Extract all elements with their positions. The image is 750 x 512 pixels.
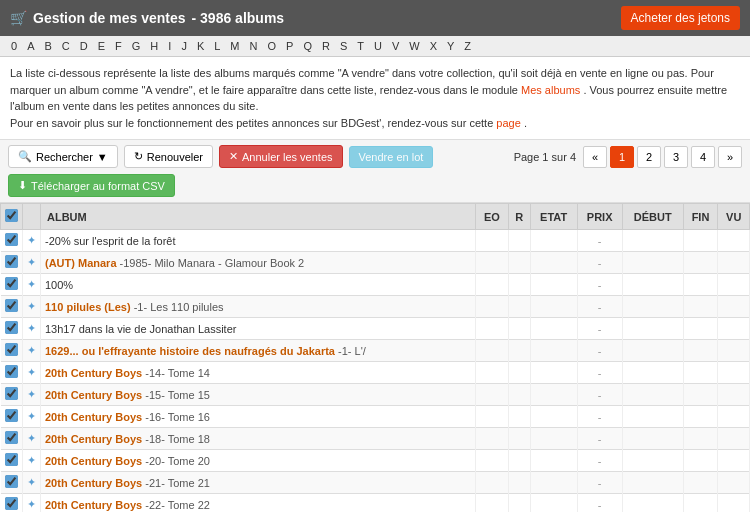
row-checkbox[interactable] xyxy=(5,321,18,334)
r-cell xyxy=(508,384,530,406)
alpha-letter-W[interactable]: W xyxy=(406,39,422,53)
row-checkbox[interactable] xyxy=(5,475,18,488)
buy-tokens-button[interactable]: Acheter des jetons xyxy=(621,6,740,30)
eo-cell xyxy=(476,252,508,274)
search-button[interactable]: 🔍 Rechercher ▼ xyxy=(8,145,118,168)
row-checkbox[interactable] xyxy=(5,277,18,290)
album-name-cell: 100% xyxy=(41,274,476,296)
pag-1-btn[interactable]: 1 xyxy=(610,146,634,168)
album-bold-title[interactable]: 20th Century Boys xyxy=(45,367,142,379)
info-box: La liste ci-dessous représente la liste … xyxy=(0,57,750,140)
alpha-letter-U[interactable]: U xyxy=(371,39,385,53)
table-row: ✦20th Century Boys -22- Tome 22- xyxy=(1,494,750,513)
alpha-letter-E[interactable]: E xyxy=(95,39,108,53)
page-link[interactable]: page xyxy=(496,117,520,129)
debut-cell xyxy=(622,362,683,384)
vu-cell xyxy=(718,318,750,340)
alpha-letter-Q[interactable]: Q xyxy=(300,39,315,53)
album-name-cell: 20th Century Boys -14- Tome 14 xyxy=(41,362,476,384)
mes-albums-link[interactable]: Mes albums xyxy=(521,84,580,96)
alpha-letter-0[interactable]: 0 xyxy=(8,39,20,53)
table-row: ✦20th Century Boys -16- Tome 16- xyxy=(1,406,750,428)
alpha-letter-A[interactable]: A xyxy=(24,39,37,53)
alpha-letter-K[interactable]: K xyxy=(194,39,207,53)
alpha-letter-D[interactable]: D xyxy=(77,39,91,53)
alpha-letter-N[interactable]: N xyxy=(247,39,261,53)
row-checkbox[interactable] xyxy=(5,255,18,268)
alpha-letter-M[interactable]: M xyxy=(227,39,242,53)
prix-cell: - xyxy=(577,252,622,274)
album-bold-title[interactable]: 20th Century Boys xyxy=(45,433,142,445)
album-bold-title[interactable]: 20th Century Boys xyxy=(45,477,142,489)
album-full-title[interactable]: -20% sur l'esprit de la forêt xyxy=(45,235,176,247)
alpha-letter-H[interactable]: H xyxy=(147,39,161,53)
album-subtitle: -21- Tome 21 xyxy=(142,477,210,489)
csv-download-button[interactable]: ⬇ Télécharger au format CSV xyxy=(8,174,175,197)
table-row: ✦100%- xyxy=(1,274,750,296)
album-bold-title[interactable]: 20th Century Boys xyxy=(45,411,142,423)
alpha-letter-X[interactable]: X xyxy=(427,39,440,53)
alpha-letter-Z[interactable]: Z xyxy=(461,39,474,53)
r-cell xyxy=(508,406,530,428)
r-cell xyxy=(508,230,530,252)
select-all-checkbox[interactable] xyxy=(5,209,18,222)
album-name-cell: 20th Century Boys -21- Tome 21 xyxy=(41,472,476,494)
prix-cell: - xyxy=(577,472,622,494)
alpha-bar: 0ABCDEFGHIJKLMNOPQRSTUVWXYZ xyxy=(0,36,750,57)
alpha-letter-B[interactable]: B xyxy=(41,39,54,53)
row-checkbox[interactable] xyxy=(5,299,18,312)
album-full-title[interactable]: 100% xyxy=(45,279,73,291)
prix-cell: - xyxy=(577,362,622,384)
album-bold-title[interactable]: (AUT) Manara xyxy=(45,257,117,269)
pag-prev-btn[interactable]: « xyxy=(583,146,607,168)
alpha-letter-J[interactable]: J xyxy=(178,39,190,53)
checkbox-header[interactable] xyxy=(1,204,23,230)
alpha-letter-G[interactable]: G xyxy=(129,39,144,53)
row-checkbox[interactable] xyxy=(5,365,18,378)
icon-header xyxy=(23,204,41,230)
album-bold-title[interactable]: 20th Century Boys xyxy=(45,389,142,401)
alpha-letter-C[interactable]: C xyxy=(59,39,73,53)
table-row: ✦20th Century Boys -18- Tome 18- xyxy=(1,428,750,450)
row-checkbox[interactable] xyxy=(5,431,18,444)
alpha-letter-S[interactable]: S xyxy=(337,39,350,53)
row-icon-cell: ✦ xyxy=(23,362,41,384)
debut-cell xyxy=(622,384,683,406)
etat-cell xyxy=(530,362,577,384)
row-checkbox[interactable] xyxy=(5,497,18,510)
row-checkbox[interactable] xyxy=(5,409,18,422)
pag-next-btn[interactable]: » xyxy=(718,146,742,168)
row-checkbox[interactable] xyxy=(5,387,18,400)
pag-4-btn[interactable]: 4 xyxy=(691,146,715,168)
top-bar: 🛒 Gestion de mes ventes - 3986 albums Ac… xyxy=(0,0,750,36)
alpha-letter-V[interactable]: V xyxy=(389,39,402,53)
album-full-title[interactable]: 13h17 dans la vie de Jonathan Lassiter xyxy=(45,323,236,335)
album-bold-title[interactable]: 20th Century Boys xyxy=(45,455,142,467)
fin-cell xyxy=(683,318,718,340)
alpha-letter-R[interactable]: R xyxy=(319,39,333,53)
row-checkbox[interactable] xyxy=(5,343,18,356)
album-bold-title[interactable]: 20th Century Boys xyxy=(45,499,142,511)
pag-2-btn[interactable]: 2 xyxy=(637,146,661,168)
alpha-letter-I[interactable]: I xyxy=(165,39,174,53)
alpha-letter-Y[interactable]: Y xyxy=(444,39,457,53)
row-checkbox[interactable] xyxy=(5,233,18,246)
fin-cell xyxy=(683,362,718,384)
alpha-letter-L[interactable]: L xyxy=(211,39,223,53)
r-cell xyxy=(508,362,530,384)
alpha-letter-O[interactable]: O xyxy=(264,39,279,53)
r-cell xyxy=(508,252,530,274)
alpha-letter-T[interactable]: T xyxy=(354,39,367,53)
row-checkbox[interactable] xyxy=(5,453,18,466)
album-name-cell: 20th Century Boys -20- Tome 20 xyxy=(41,450,476,472)
alpha-letter-P[interactable]: P xyxy=(283,39,296,53)
album-bold-title[interactable]: 1629... ou l'effrayante histoire des nau… xyxy=(45,345,335,357)
renew-button[interactable]: ↻ Renouveler xyxy=(124,145,213,168)
album-subtitle: -20- Tome 20 xyxy=(142,455,210,467)
vu-cell xyxy=(718,472,750,494)
sell-lot-button[interactable]: Vendre en lot xyxy=(349,146,434,168)
alpha-letter-F[interactable]: F xyxy=(112,39,125,53)
cancel-sales-button[interactable]: ✕ Annuler les ventes xyxy=(219,145,343,168)
album-bold-title[interactable]: 110 pilules (Les) xyxy=(45,301,131,313)
pag-3-btn[interactable]: 3 xyxy=(664,146,688,168)
